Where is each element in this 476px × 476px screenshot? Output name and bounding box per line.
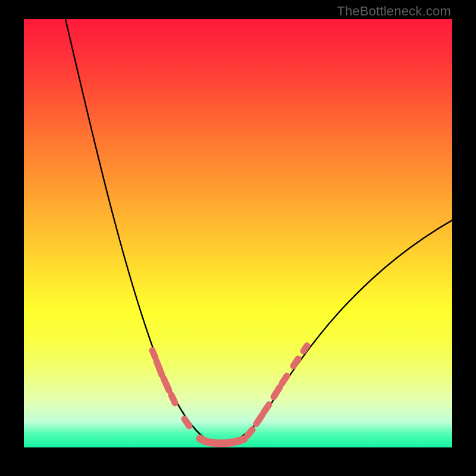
right-segment-4	[274, 387, 280, 397]
right-segment-3	[264, 405, 269, 412]
watermark-text: TheBottleneck.com	[337, 4, 451, 19]
curve-layer	[65, 19, 452, 444]
left-segment-4	[171, 395, 175, 403]
left-segment-1	[152, 350, 155, 358]
right-segment-7	[303, 346, 307, 351]
marker-layer	[152, 346, 307, 443]
left-segment-3	[164, 378, 169, 390]
bottom-segment	[200, 439, 244, 443]
right-segment-1	[248, 430, 252, 436]
left-segment-5	[184, 419, 189, 426]
left-segment-2	[156, 361, 162, 375]
curve-svg	[24, 19, 452, 447]
right-segment-2	[256, 415, 262, 424]
right-segment-5	[282, 376, 287, 383]
plot-area	[24, 19, 452, 447]
chart-container: TheBottleneck.com	[0, 0, 476, 476]
right-segment-6	[293, 359, 298, 366]
bottleneck-curve	[65, 19, 452, 444]
